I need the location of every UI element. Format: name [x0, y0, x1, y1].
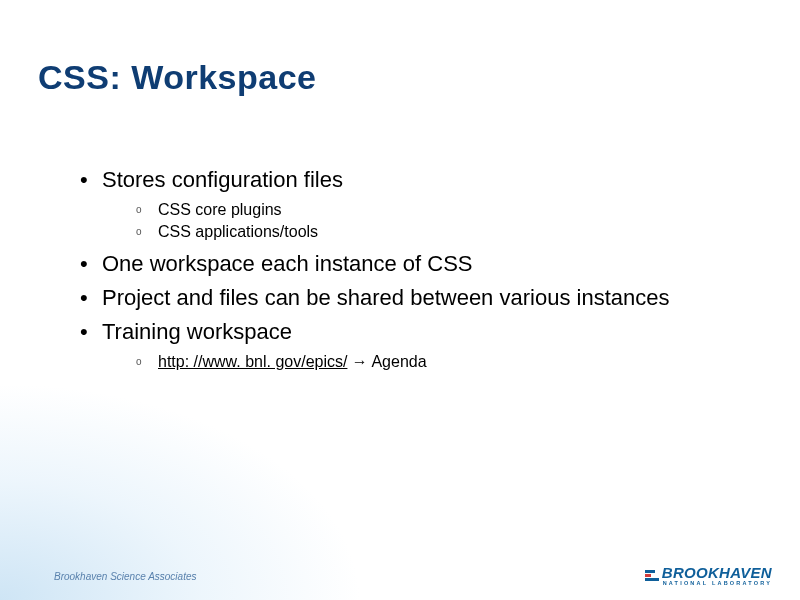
sub-bullet-list: o CSS core plugins o CSS applications/to…: [136, 199, 750, 244]
bullet-circle-icon: o: [136, 221, 158, 243]
bullet-item: • Project and files can be shared betwee…: [80, 283, 750, 313]
sub-bullet-item: o CSS applications/tools: [136, 221, 750, 243]
bullet-circle-icon: o: [136, 199, 158, 221]
brookhaven-mark-icon: [645, 570, 659, 581]
bullet-dot-icon: •: [80, 317, 102, 347]
logo-subtitle: NATIONAL LABORATORY: [662, 581, 772, 587]
sub-bullet-item: o CSS core plugins: [136, 199, 750, 221]
bullet-item: • One workspace each instance of CSS: [80, 249, 750, 279]
sub-bullet-list: o http: //www. bnl. gov/epics/ → Agenda: [136, 351, 750, 373]
bullet-text: One workspace each instance of CSS: [102, 249, 750, 279]
sub-bullet-text: http: //www. bnl. gov/epics/ → Agenda: [158, 351, 750, 373]
bullet-dot-icon: •: [80, 283, 102, 313]
slide-title: CSS: Workspace: [38, 58, 316, 97]
slide-content: • Stores configuration files o CSS core …: [80, 165, 750, 379]
background-gradient: [0, 340, 420, 600]
bullet-circle-icon: o: [136, 351, 158, 373]
bullet-item: • Stores configuration files: [80, 165, 750, 195]
bullet-text: Training workspace: [102, 317, 750, 347]
training-workspace-link[interactable]: http: //www. bnl. gov/epics/: [158, 353, 347, 370]
logo-name: BROOKHAVEN: [662, 565, 772, 580]
footer-logo: BROOKHAVEN NATIONAL LABORATORY: [645, 565, 772, 587]
sub-bullet-text: CSS applications/tools: [158, 221, 750, 243]
link-suffix: → Agenda: [347, 353, 426, 370]
sub-bullet-text: CSS core plugins: [158, 199, 750, 221]
sub-bullet-item: o http: //www. bnl. gov/epics/ → Agenda: [136, 351, 750, 373]
bullet-dot-icon: •: [80, 249, 102, 279]
footer-org-text: Brookhaven Science Associates: [54, 571, 197, 582]
bullet-dot-icon: •: [80, 165, 102, 195]
bullet-text: Stores configuration files: [102, 165, 750, 195]
bullet-text: Project and files can be shared between …: [102, 283, 750, 313]
bullet-item: • Training workspace: [80, 317, 750, 347]
